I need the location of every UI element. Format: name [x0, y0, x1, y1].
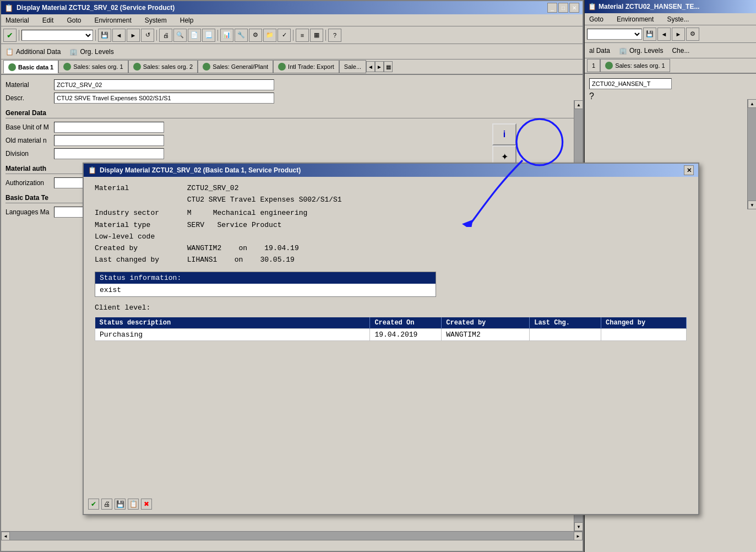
menu-system[interactable]: System — [143, 16, 169, 25]
separator-4 — [217, 30, 218, 41]
menu-environment[interactable]: Environment — [92, 16, 133, 25]
folder-btn[interactable]: 📁 — [263, 29, 276, 42]
tools-btn[interactable]: 🔧 — [235, 29, 248, 42]
nav-fwd-btn[interactable]: ► — [127, 29, 140, 42]
table-btn[interactable]: ▦ — [310, 29, 323, 42]
window-title: Display Material ZCTU2_SRV_02 (Service P… — [17, 4, 175, 12]
menu-edit[interactable]: Edit — [40, 16, 56, 25]
cell-created-on: 19.04.2019 — [370, 329, 442, 341]
second-v-scroll-up[interactable]: ▲ — [748, 99, 756, 108]
dialog-material-type-value: Service Product — [217, 221, 281, 229]
tab-sale-etc[interactable]: Sale... — [339, 60, 366, 73]
dialog-created-by-on: on — [226, 244, 260, 252]
descr-row: Descr. — [6, 93, 578, 104]
save-btn[interactable]: 💾 — [98, 29, 111, 42]
second-nav-back[interactable]: ◄ — [657, 28, 671, 41]
dialog-save2-button[interactable]: 📋 — [128, 499, 139, 510]
dialog-cancel-button[interactable]: ✖ — [141, 499, 152, 510]
second-v-scroll-down[interactable]: ▼ — [748, 201, 756, 209]
nav-back-btn[interactable]: ◄ — [112, 29, 126, 42]
second-tab-1[interactable]: 1 — [587, 59, 600, 72]
menu-material[interactable]: Material — [3, 16, 31, 25]
close-button[interactable]: ✕ — [569, 3, 579, 13]
second-al-data[interactable]: al Data — [589, 47, 610, 55]
additional-data-link[interactable]: 📋 Additional Data — [6, 48, 61, 56]
command-input[interactable] — [21, 30, 93, 41]
division-input[interactable] — [54, 148, 164, 159]
v-scroll-down[interactable]: ▼ — [574, 522, 583, 531]
material-row: Material — [6, 79, 578, 90]
base-unit-input[interactable] — [54, 122, 164, 133]
maximize-button[interactable]: □ — [558, 3, 568, 13]
second-menu-goto[interactable]: Goto — [587, 15, 606, 24]
graph-btn[interactable]: 📊 — [220, 29, 233, 42]
division-label: Division — [6, 150, 50, 158]
h-scroll-left[interactable]: ◄ — [1, 532, 10, 540]
second-settings-btn[interactable]: ⚙ — [686, 28, 699, 41]
descr-input[interactable] — [54, 93, 274, 104]
tab-sales-general[interactable]: Sales: General/Plant — [198, 60, 273, 73]
second-nav-fwd[interactable]: ► — [672, 28, 685, 41]
separator-6 — [325, 30, 326, 41]
v-scroll-up[interactable]: ▲ — [574, 100, 583, 109]
descr-label: Descr. — [6, 94, 50, 102]
toolbar: ✔ 💾 ◄ ► ↺ 🖨 🔍 📄 📃 📊 🔧 ⚙ 📁 ✓ ≡ ▦ ? — [1, 26, 583, 44]
tab-sale-etc-label: Sale... — [344, 63, 361, 70]
tab-intl-trade[interactable]: Intl Trade: Export — [273, 60, 339, 73]
dialog-close-button[interactable]: ✕ — [684, 165, 694, 175]
col-changed-by: Changed by — [601, 317, 687, 329]
dialog-title-text: 📋 Display Material ZCTU2_SRV_02 (Basic D… — [88, 166, 301, 174]
info-button[interactable]: i — [492, 123, 516, 145]
second-menu-env[interactable]: Environment — [614, 15, 656, 24]
dialog-print-button[interactable]: 🖨 — [101, 499, 112, 510]
find-btn[interactable]: 🔍 — [173, 29, 187, 42]
dialog-check-button[interactable]: ✔ — [88, 499, 99, 510]
tab-sales-org-2[interactable]: Sales: sales org. 2 — [128, 60, 198, 73]
tabs-bar: Basic data 1 Sales: sales org. 1 Sales: … — [1, 59, 583, 75]
basic-data-te-label: Basic Data Te — [6, 194, 48, 202]
bar-btn[interactable]: ≡ — [296, 29, 309, 42]
tab-nav-list[interactable]: ▦ — [384, 61, 393, 72]
refresh-btn[interactable]: ↺ — [141, 29, 154, 42]
second-save-btn[interactable]: 💾 — [643, 28, 656, 41]
material-auth-label: Material auth — [6, 165, 46, 172]
tab-nav-next[interactable]: ► — [375, 61, 384, 72]
title-bar: 📋 Display Material ZCTU2_SRV_02 (Service… — [1, 1, 583, 14]
minimize-button[interactable]: _ — [547, 3, 557, 13]
doc2-btn[interactable]: 📃 — [202, 29, 215, 42]
col-status-desc: Status description — [95, 317, 370, 329]
separator-2 — [95, 30, 96, 41]
tab-basic-data-1[interactable]: Basic data 1 — [3, 60, 58, 73]
second-tab-sales[interactable]: Sales: sales org. 1 — [600, 59, 670, 72]
second-tab-1-label: 1 — [592, 62, 595, 69]
back-button[interactable]: ✔ — [3, 29, 17, 42]
menu-help[interactable]: Help — [178, 16, 196, 25]
second-org-levels[interactable]: 🏢 Org. Levels — [619, 47, 663, 55]
dialog-title-label: Display Material ZCTU2_SRV_02 (Basic Dat… — [100, 166, 301, 174]
help-btn[interactable]: ? — [328, 29, 341, 42]
tab-nav-prev[interactable]: ◄ — [366, 61, 375, 72]
second-menu-sys[interactable]: Syste... — [665, 15, 691, 24]
second-material-input[interactable] — [589, 78, 672, 89]
old-material-input[interactable] — [54, 135, 164, 146]
second-che[interactable]: Che... — [672, 47, 689, 55]
material-input[interactable] — [54, 79, 274, 90]
tab-intl-trade-label: Intl Trade: Export — [288, 63, 334, 70]
org-levels-link[interactable]: 🏢 Org. Levels — [69, 48, 113, 56]
settings-btn[interactable]: ⚙ — [249, 29, 262, 42]
menu-goto[interactable]: Goto — [64, 16, 83, 25]
doc-btn[interactable]: 📄 — [188, 29, 201, 42]
h-scroll-right[interactable]: ► — [574, 532, 583, 540]
status-info-header: Status information: — [95, 272, 436, 284]
second-command-input[interactable] — [587, 29, 642, 40]
dialog-save-button[interactable]: 💾 — [115, 499, 126, 510]
separator-5 — [293, 30, 293, 41]
h-scroll-track[interactable] — [10, 532, 574, 540]
dialog-last-changed-label: Last changed by — [95, 255, 183, 265]
tab-sales-org-1[interactable]: Sales: sales org. 1 — [58, 60, 128, 73]
material-label: Material — [6, 81, 50, 89]
print-btn[interactable]: 🖨 — [159, 29, 172, 42]
dialog-material-type-line: Material type SERV Service Product — [95, 220, 687, 230]
check2-btn[interactable]: ✓ — [278, 29, 291, 42]
tab-sales-general-label: Sales: General/Plant — [213, 63, 268, 70]
